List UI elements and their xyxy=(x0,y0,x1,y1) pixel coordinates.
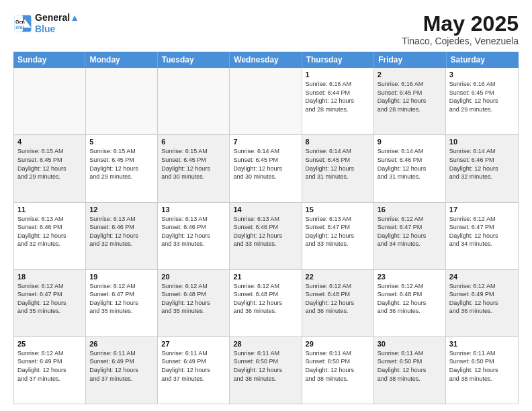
day-number: 14 xyxy=(233,205,298,214)
day-cell-30: 30Sunrise: 6:11 AMSunset: 6:50 PMDayligh… xyxy=(374,337,446,404)
day-cell-9: 9Sunrise: 6:14 AMSunset: 6:46 PMDaylight… xyxy=(374,135,446,201)
cell-info: Sunrise: 6:16 AMSunset: 6:45 PMDaylight:… xyxy=(378,80,442,113)
day-cell-12: 12Sunrise: 6:13 AMSunset: 6:46 PMDayligh… xyxy=(86,203,158,269)
cell-info: Sunrise: 6:12 AMSunset: 6:48 PMDaylight:… xyxy=(161,282,226,316)
calendar-row-1: 1Sunrise: 6:16 AMSunset: 6:44 PMDaylight… xyxy=(14,68,518,135)
day-number: 25 xyxy=(17,340,82,348)
day-cell-5: 5Sunrise: 6:15 AMSunset: 6:45 PMDaylight… xyxy=(86,135,158,201)
cell-info: Sunrise: 6:12 AMSunset: 6:48 PMDaylight:… xyxy=(306,282,370,316)
day-number: 23 xyxy=(378,273,442,281)
day-number: 20 xyxy=(161,273,226,281)
day-cell-15: 15Sunrise: 6:13 AMSunset: 6:47 PMDayligh… xyxy=(302,203,374,269)
day-cell-1: 1Sunrise: 6:16 AMSunset: 6:44 PMDaylight… xyxy=(302,68,374,134)
cell-info: Sunrise: 6:11 AMSunset: 6:50 PMDaylight:… xyxy=(233,349,298,383)
day-number: 8 xyxy=(306,138,370,146)
day-cell-8: 8Sunrise: 6:14 AMSunset: 6:45 PMDaylight… xyxy=(302,135,374,201)
day-header-monday: Monday xyxy=(85,52,157,68)
day-cell-6: 6Sunrise: 6:15 AMSunset: 6:45 PMDaylight… xyxy=(158,135,230,201)
logo-text: General▲ Blue xyxy=(35,12,79,35)
day-number: 10 xyxy=(449,138,515,146)
day-cell-26: 26Sunrise: 6:11 AMSunset: 6:49 PMDayligh… xyxy=(86,337,158,404)
cell-info: Sunrise: 6:12 AMSunset: 6:48 PMDaylight:… xyxy=(233,282,298,316)
day-cell-4: 4Sunrise: 6:15 AMSunset: 6:45 PMDaylight… xyxy=(14,135,86,201)
cell-info: Sunrise: 6:12 AMSunset: 6:49 PMDaylight:… xyxy=(449,282,515,316)
calendar: SundayMondayTuesdayWednesdayThursdayFrid… xyxy=(13,52,519,404)
day-number: 5 xyxy=(89,138,154,146)
day-number: 11 xyxy=(17,205,82,214)
day-cell-23: 23Sunrise: 6:12 AMSunset: 6:48 PMDayligh… xyxy=(374,270,446,336)
calendar-row-4: 18Sunrise: 6:12 AMSunset: 6:47 PMDayligh… xyxy=(14,270,518,337)
day-cell-29: 29Sunrise: 6:11 AMSunset: 6:50 PMDayligh… xyxy=(302,337,374,404)
cell-info: Sunrise: 6:12 AMSunset: 6:47 PMDaylight:… xyxy=(17,282,82,316)
cell-info: Sunrise: 6:11 AMSunset: 6:50 PMDaylight:… xyxy=(449,349,515,383)
cell-info: Sunrise: 6:13 AMSunset: 6:46 PMDaylight:… xyxy=(161,215,226,248)
day-number: 2 xyxy=(378,71,442,79)
cell-info: Sunrise: 6:12 AMSunset: 6:47 PMDaylight:… xyxy=(449,215,515,248)
day-cell-10: 10Sunrise: 6:14 AMSunset: 6:46 PMDayligh… xyxy=(446,135,518,201)
day-number: 4 xyxy=(17,138,82,146)
day-cell-31: 31Sunrise: 6:11 AMSunset: 6:50 PMDayligh… xyxy=(446,337,518,404)
day-cell-18: 18Sunrise: 6:12 AMSunset: 6:47 PMDayligh… xyxy=(14,270,86,336)
cell-info: Sunrise: 6:13 AMSunset: 6:46 PMDaylight:… xyxy=(17,215,82,248)
day-number: 19 xyxy=(89,273,154,281)
cell-info: Sunrise: 6:16 AMSunset: 6:45 PMDaylight:… xyxy=(449,80,515,113)
day-cell-16: 16Sunrise: 6:12 AMSunset: 6:47 PMDayligh… xyxy=(374,203,446,269)
calendar-row-2: 4Sunrise: 6:15 AMSunset: 6:45 PMDaylight… xyxy=(14,135,518,202)
day-number: 24 xyxy=(449,273,515,281)
logo: Gen eral General▲ Blue xyxy=(13,12,79,35)
cell-info: Sunrise: 6:16 AMSunset: 6:44 PMDaylight:… xyxy=(306,80,370,113)
calendar-row-3: 11Sunrise: 6:13 AMSunset: 6:46 PMDayligh… xyxy=(14,203,518,270)
day-number: 12 xyxy=(89,205,154,214)
cell-info: Sunrise: 6:15 AMSunset: 6:45 PMDaylight:… xyxy=(161,147,226,181)
cell-info: Sunrise: 6:13 AMSunset: 6:46 PMDaylight:… xyxy=(233,215,298,248)
calendar-row-5: 25Sunrise: 6:12 AMSunset: 6:49 PMDayligh… xyxy=(14,337,518,404)
day-header-friday: Friday xyxy=(374,52,446,68)
day-cell-2: 2Sunrise: 6:16 AMSunset: 6:45 PMDaylight… xyxy=(374,68,446,134)
day-cell-24: 24Sunrise: 6:12 AMSunset: 6:49 PMDayligh… xyxy=(446,270,518,336)
day-number: 16 xyxy=(378,205,442,214)
day-cell-14: 14Sunrise: 6:13 AMSunset: 6:46 PMDayligh… xyxy=(230,203,302,269)
empty-cell xyxy=(230,68,302,134)
day-cell-22: 22Sunrise: 6:12 AMSunset: 6:48 PMDayligh… xyxy=(302,270,374,336)
day-number: 30 xyxy=(378,340,442,348)
day-number: 3 xyxy=(449,71,515,79)
day-header-tuesday: Tuesday xyxy=(158,52,230,68)
title-block: May 2025 Tinaco, Cojedes, Venezuela xyxy=(402,12,519,46)
day-number: 28 xyxy=(233,340,298,348)
svg-text:eral: eral xyxy=(15,25,24,30)
day-header-thursday: Thursday xyxy=(302,52,374,68)
day-cell-27: 27Sunrise: 6:11 AMSunset: 6:49 PMDayligh… xyxy=(158,337,230,404)
day-header-wednesday: Wednesday xyxy=(230,52,302,68)
cell-info: Sunrise: 6:12 AMSunset: 6:47 PMDaylight:… xyxy=(89,282,154,316)
cell-info: Sunrise: 6:12 AMSunset: 6:47 PMDaylight:… xyxy=(378,215,442,248)
day-number: 9 xyxy=(378,138,442,146)
cell-info: Sunrise: 6:14 AMSunset: 6:45 PMDaylight:… xyxy=(233,147,298,181)
day-cell-28: 28Sunrise: 6:11 AMSunset: 6:50 PMDayligh… xyxy=(230,337,302,404)
day-header-saturday: Saturday xyxy=(447,52,519,68)
empty-cell xyxy=(14,68,86,134)
cell-info: Sunrise: 6:13 AMSunset: 6:46 PMDaylight:… xyxy=(89,215,154,248)
calendar-header: SundayMondayTuesdayWednesdayThursdayFrid… xyxy=(13,52,519,68)
day-cell-21: 21Sunrise: 6:12 AMSunset: 6:48 PMDayligh… xyxy=(230,270,302,336)
logo-icon: Gen eral xyxy=(13,14,32,33)
day-number: 15 xyxy=(306,205,370,214)
day-number: 26 xyxy=(89,340,154,348)
cell-info: Sunrise: 6:11 AMSunset: 6:49 PMDaylight:… xyxy=(161,349,226,383)
subtitle: Tinaco, Cojedes, Venezuela xyxy=(402,36,519,46)
cell-info: Sunrise: 6:15 AMSunset: 6:45 PMDaylight:… xyxy=(89,147,154,181)
cell-info: Sunrise: 6:12 AMSunset: 6:48 PMDaylight:… xyxy=(378,282,442,316)
day-cell-20: 20Sunrise: 6:12 AMSunset: 6:48 PMDayligh… xyxy=(158,270,230,336)
day-cell-13: 13Sunrise: 6:13 AMSunset: 6:46 PMDayligh… xyxy=(158,203,230,269)
day-number: 29 xyxy=(306,340,370,348)
cell-info: Sunrise: 6:11 AMSunset: 6:49 PMDaylight:… xyxy=(89,349,154,383)
header: Gen eral General▲ Blue May 2025 Tinaco, … xyxy=(13,12,519,46)
day-cell-7: 7Sunrise: 6:14 AMSunset: 6:45 PMDaylight… xyxy=(230,135,302,201)
calendar-body: 1Sunrise: 6:16 AMSunset: 6:44 PMDaylight… xyxy=(13,68,519,404)
day-cell-19: 19Sunrise: 6:12 AMSunset: 6:47 PMDayligh… xyxy=(86,270,158,336)
svg-text:Gen: Gen xyxy=(15,19,25,24)
day-cell-11: 11Sunrise: 6:13 AMSunset: 6:46 PMDayligh… xyxy=(14,203,86,269)
day-cell-3: 3Sunrise: 6:16 AMSunset: 6:45 PMDaylight… xyxy=(446,68,518,134)
day-number: 6 xyxy=(161,138,226,146)
cell-info: Sunrise: 6:12 AMSunset: 6:49 PMDaylight:… xyxy=(17,349,82,383)
cell-info: Sunrise: 6:14 AMSunset: 6:46 PMDaylight:… xyxy=(449,147,515,181)
